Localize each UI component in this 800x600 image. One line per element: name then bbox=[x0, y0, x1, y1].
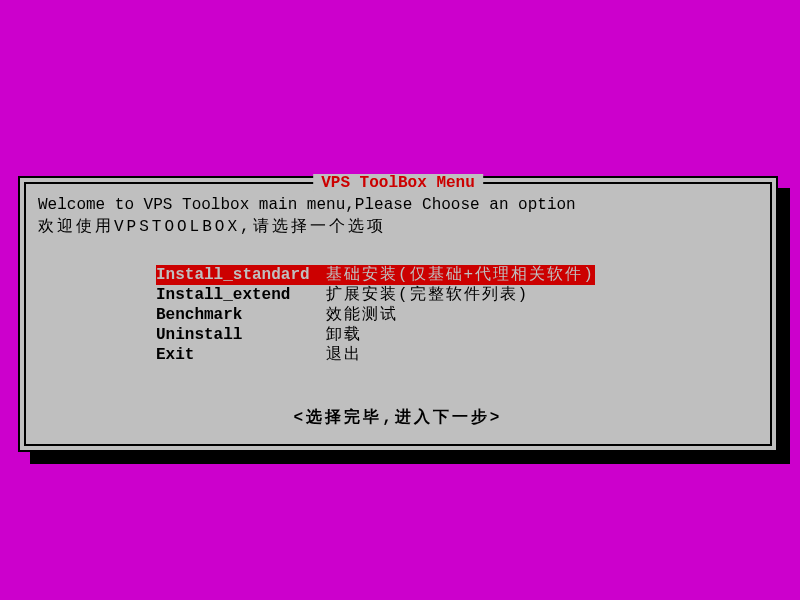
menu-item-desc: 扩展安装(完整软件列表) bbox=[326, 285, 529, 305]
menu-item-install-extend[interactable]: Install_extend扩展安装(完整软件列表) bbox=[156, 285, 529, 305]
welcome-text-cn: 欢迎使用VPSTOOLBOX,请选择一个选项 bbox=[38, 216, 758, 237]
menu-item-install-standard[interactable]: Install_standard基础安装(仅基础+代理相关软件) bbox=[156, 265, 595, 285]
menu-item-desc: 效能测试 bbox=[326, 305, 398, 325]
menu-item-uninstall[interactable]: Uninstall卸载 bbox=[156, 325, 362, 345]
dialog-title: VPS ToolBox Menu bbox=[313, 174, 483, 192]
menu-item-label: Install_standard bbox=[156, 265, 326, 285]
welcome-text-en: Welcome to VPS Toolbox main menu,Please … bbox=[38, 196, 758, 214]
dialog-inner: VPS ToolBox Menu Welcome to VPS Toolbox … bbox=[24, 182, 772, 446]
dialog-box: VPS ToolBox Menu Welcome to VPS Toolbox … bbox=[18, 176, 778, 452]
menu-item-label: Benchmark bbox=[156, 305, 326, 325]
next-step-prompt[interactable]: <选择完毕,进入下一步> bbox=[38, 407, 758, 428]
menu-item-desc: 卸载 bbox=[326, 325, 362, 345]
menu-item-label: Uninstall bbox=[156, 325, 326, 345]
menu-item-desc: 退出 bbox=[326, 345, 362, 365]
menu-item-benchmark[interactable]: Benchmark效能测试 bbox=[156, 305, 398, 325]
menu-list: Install_standard基础安装(仅基础+代理相关软件) Install… bbox=[156, 265, 758, 365]
menu-item-label: Exit bbox=[156, 345, 326, 365]
menu-item-label: Install_extend bbox=[156, 285, 326, 305]
dialog-content: Welcome to VPS Toolbox main menu,Please … bbox=[26, 184, 770, 440]
menu-item-exit[interactable]: Exit退出 bbox=[156, 345, 362, 365]
menu-item-desc: 基础安装(仅基础+代理相关软件) bbox=[326, 265, 595, 285]
